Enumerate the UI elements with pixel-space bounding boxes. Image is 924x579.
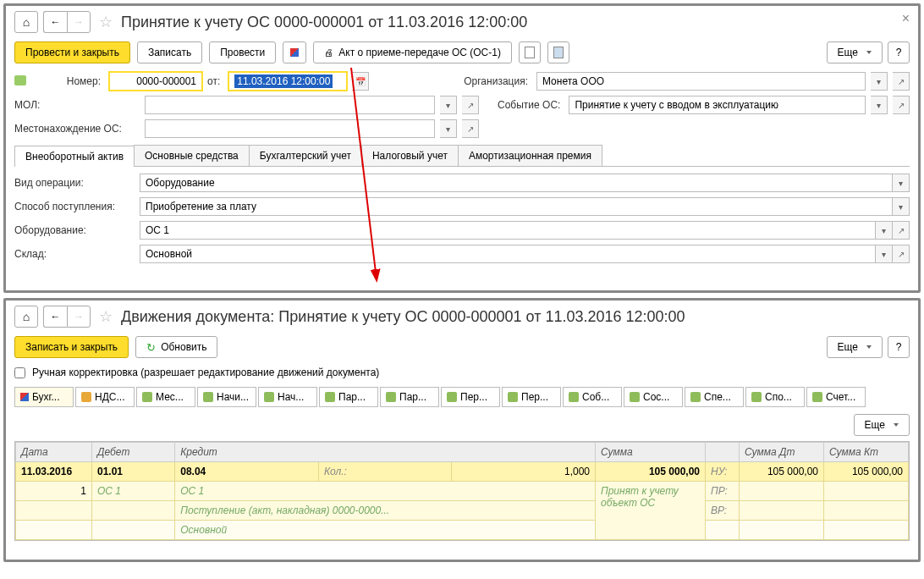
- th-sumdt: Сумма Дт: [740, 443, 824, 462]
- help-button[interactable]: ?: [888, 41, 910, 63]
- register-icon: [630, 392, 640, 402]
- home-icon: [23, 15, 30, 29]
- number-input[interactable]: 0000-000001: [109, 72, 202, 91]
- home-button[interactable]: [14, 306, 38, 328]
- mini-tab-1[interactable]: НДС...: [75, 387, 135, 407]
- mol-dropdown[interactable]: ▾: [440, 96, 457, 114]
- doc2-button[interactable]: [547, 41, 569, 63]
- post-button[interactable]: Провести: [209, 41, 276, 63]
- th-date: Дата: [16, 443, 92, 462]
- document-panel: × ← → ☆ Принятие к учету ОС 0000-000001 …: [3, 3, 921, 293]
- movements-panel: ← → ☆ Движения документа: Принятие к уче…: [3, 298, 921, 562]
- location-dropdown[interactable]: ▾: [440, 119, 457, 138]
- event-input[interactable]: Принятие к учету с вводом в эксплуатацию: [569, 96, 866, 114]
- equip-dropdown[interactable]: ▾: [876, 221, 893, 240]
- org-open[interactable]: ↗: [893, 72, 910, 91]
- home-icon: [23, 310, 30, 323]
- op-label: Вид операции:: [14, 177, 140, 189]
- register-icon: [81, 392, 91, 402]
- register-tabs: Бухг... НДС... Мес... Начи... Нач... Пар…: [14, 387, 910, 407]
- manual-checkbox[interactable]: [14, 367, 25, 378]
- chevron-down-icon: [866, 51, 872, 54]
- tab-fixed-assets[interactable]: Основные средства: [134, 145, 250, 166]
- th-debit: Дебет: [92, 443, 175, 462]
- tabs: Внеоборотный актив Основные средства Бух…: [14, 145, 910, 167]
- mini-tab-8[interactable]: Пер...: [502, 387, 561, 407]
- save-close-button[interactable]: Записать и закрыть: [14, 336, 129, 358]
- mini-tab-5[interactable]: Пар...: [319, 387, 378, 407]
- header: ← → ☆ Принятие к учету ОС 0000-000001 от…: [14, 11, 910, 33]
- mini-tab-4[interactable]: Нач...: [258, 387, 317, 407]
- tab-accounting[interactable]: Бухгалтерский учет: [249, 145, 362, 166]
- date-input[interactable]: 11.03.2016 12:00:00: [228, 72, 347, 91]
- table-row[interactable]: Основной: [16, 521, 909, 540]
- close-icon[interactable]: ×: [902, 11, 910, 26]
- table-row[interactable]: 1 ОС 1 ОС 1 Принят к учету объект ОС ПР:: [16, 482, 909, 501]
- location-label: Местонахождение ОС:: [14, 123, 140, 135]
- store-label: Склад:: [14, 248, 140, 260]
- mini-tab-11[interactable]: Спе...: [685, 387, 744, 407]
- table-row[interactable]: Поступление (акт, накладная) 0000-0000..…: [16, 501, 909, 521]
- mini-tab-0[interactable]: Бухг...: [14, 387, 74, 407]
- table-row[interactable]: 11.03.2016 01.01 08.04 Кол.: 1,000 105 0…: [16, 462, 909, 482]
- more-button[interactable]: Еще: [827, 41, 883, 63]
- star-icon[interactable]: ☆: [96, 13, 116, 31]
- op-input[interactable]: Оборудование: [140, 174, 893, 192]
- mini-tab-9[interactable]: Соб...: [563, 387, 622, 407]
- doc-icon: [525, 47, 535, 58]
- store-input[interactable]: Основной: [140, 245, 876, 263]
- more-button[interactable]: Еще: [827, 336, 883, 358]
- forward-button[interactable]: →: [67, 11, 91, 33]
- post-close-button[interactable]: Провести и закрыть: [14, 41, 130, 63]
- event-label: Событие ОС:: [498, 99, 564, 111]
- tab-bonus[interactable]: Амортизационная премия: [458, 145, 602, 166]
- mini-tab-6[interactable]: Пар...: [380, 387, 439, 407]
- store-open[interactable]: ↗: [893, 245, 910, 263]
- method-dropdown[interactable]: ▾: [893, 197, 910, 216]
- mini-tab-12[interactable]: Спо...: [745, 387, 805, 407]
- method-input[interactable]: Приобретение за плату: [140, 197, 893, 216]
- equip-label: Оборудование:: [14, 224, 140, 236]
- register-icon: [386, 392, 396, 402]
- forward-button[interactable]: →: [67, 306, 91, 328]
- help-button[interactable]: ?: [888, 336, 910, 358]
- location-input[interactable]: [145, 119, 435, 138]
- dk-icon: [20, 393, 29, 401]
- movements-title: Движения документа: Принятие к учету ОС …: [121, 308, 685, 326]
- star-icon[interactable]: ☆: [96, 307, 116, 326]
- event-dropdown[interactable]: ▾: [871, 96, 888, 114]
- home-button[interactable]: [14, 11, 38, 33]
- mol-input[interactable]: [145, 96, 435, 114]
- from-label: от:: [207, 75, 223, 87]
- refresh-button[interactable]: Обновить: [135, 336, 217, 358]
- org-dropdown[interactable]: ▾: [871, 72, 888, 91]
- tab-tax[interactable]: Налоговый учет: [361, 145, 459, 166]
- equip-open[interactable]: ↗: [893, 221, 910, 240]
- save-button[interactable]: Записать: [137, 41, 202, 63]
- mol-open[interactable]: ↗: [462, 96, 479, 114]
- status-icon: [14, 75, 26, 85]
- entries-table-wrap: Дата Дебет Кредит Сумма Сумма Дт Сумма К…: [14, 441, 910, 541]
- table-more-button[interactable]: Еще: [854, 414, 910, 436]
- dk-button[interactable]: [283, 41, 306, 63]
- equip-input[interactable]: ОС 1: [140, 221, 876, 240]
- org-input[interactable]: Монета ООО: [536, 72, 866, 91]
- store-dropdown[interactable]: ▾: [876, 245, 893, 263]
- mini-tab-2[interactable]: Мес...: [136, 387, 195, 407]
- back-button[interactable]: ←: [43, 11, 67, 33]
- back-button[interactable]: ←: [43, 306, 67, 328]
- mini-tab-10[interactable]: Сос...: [624, 387, 683, 407]
- mini-tab-3[interactable]: Начи...: [197, 387, 256, 407]
- doc1-button[interactable]: [519, 41, 541, 63]
- print-act-button[interactable]: Акт о приеме-передаче ОС (ОС-1): [313, 41, 512, 63]
- register-icon: [569, 392, 579, 402]
- tab-asset[interactable]: Внеоборотный актив: [14, 146, 135, 167]
- dk-icon: [290, 48, 299, 57]
- mini-tab-7[interactable]: Пер...: [441, 387, 500, 407]
- op-dropdown[interactable]: ▾: [893, 174, 910, 192]
- event-open[interactable]: ↗: [893, 96, 910, 114]
- header2: ← → ☆ Движения документа: Принятие к уче…: [14, 306, 910, 328]
- location-open[interactable]: ↗: [462, 119, 479, 138]
- calendar-button[interactable]: [352, 72, 369, 91]
- mini-tab-13[interactable]: Счет...: [806, 387, 866, 407]
